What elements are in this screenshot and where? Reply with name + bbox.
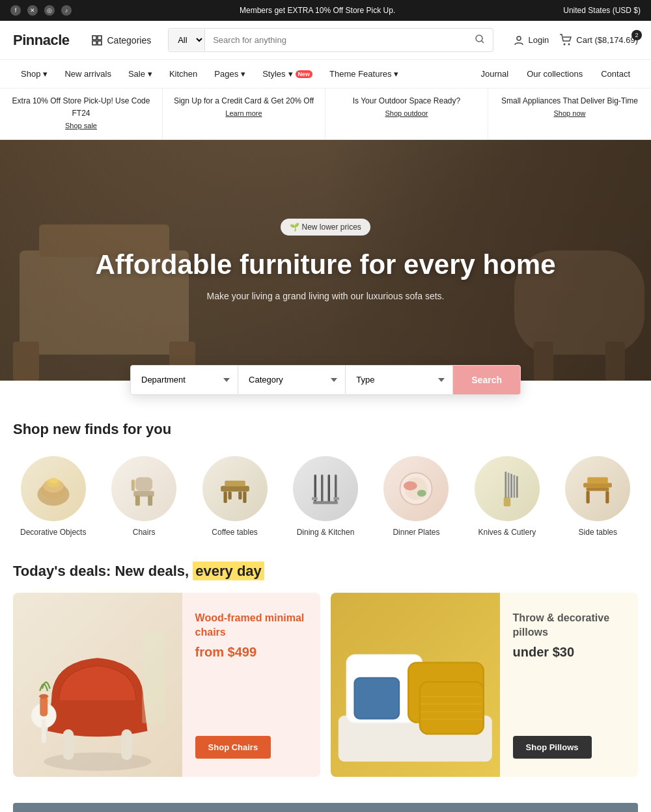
- shop-pillows-button[interactable]: Shop Pillows: [513, 736, 592, 759]
- svg-rect-53: [606, 491, 609, 503]
- chevron-down-icon: ▾: [148, 69, 152, 79]
- nav-item-sale[interactable]: Sale ▾: [120, 65, 160, 83]
- promo-link-2[interactable]: Learn more: [225, 109, 262, 117]
- instagram-icon[interactable]: ◎: [44, 5, 55, 16]
- login-button[interactable]: Login: [513, 34, 549, 46]
- shop-new-section: Shop new finds for you Decorative Object…: [0, 395, 651, 563]
- nav-item-kitchen[interactable]: Kitchen: [161, 65, 205, 83]
- categories-button[interactable]: Categories: [85, 31, 158, 50]
- category-select[interactable]: Category: [238, 366, 346, 394]
- deals-title-static: Today's deals: New deals,: [13, 563, 189, 579]
- cart-badge: 2: [631, 30, 642, 40]
- svg-rect-63: [142, 631, 165, 724]
- top-bar: f ✕ ◎ ♪ Members get EXTRA 10% Off Store …: [0, 0, 651, 21]
- category-img-chairs: [111, 456, 176, 521]
- svg-rect-26: [221, 485, 249, 491]
- search-submit-button[interactable]: [467, 29, 493, 51]
- svg-rect-23: [135, 495, 140, 506]
- nav-item-shop[interactable]: Shop ▾: [13, 65, 55, 83]
- hero-section: 🌱 New lower prices Affordable furniture …: [0, 140, 651, 381]
- svg-rect-45: [505, 471, 506, 497]
- svg-point-8: [568, 43, 570, 45]
- categories-grid: Decorative Objects Chairs: [13, 456, 638, 537]
- nav-item-theme-features[interactable]: Theme Features ▾: [322, 65, 406, 83]
- category-card-coffee[interactable]: Coffee tables: [195, 456, 275, 537]
- svg-point-62: [39, 694, 48, 698]
- new-badge: New: [296, 70, 313, 78]
- nav-item-pages[interactable]: Pages ▾: [206, 65, 253, 83]
- countdown-bar: Hurry up, these offers is valid for a li…: [13, 803, 638, 812]
- category-card-chairs[interactable]: Chairs: [104, 456, 184, 537]
- promo-link-3[interactable]: Shop outdoor: [385, 109, 428, 117]
- deal-price-pillows: under $30: [513, 645, 625, 660]
- chevron-down-icon: ▾: [241, 69, 245, 79]
- nav-item-journal[interactable]: Journal: [473, 65, 517, 83]
- svg-rect-49: [516, 476, 518, 497]
- category-card-decorative[interactable]: Decorative Objects: [13, 456, 93, 537]
- region-selector[interactable]: United States (USD $): [563, 6, 641, 15]
- category-card-knives[interactable]: Knives & Cutlery: [467, 456, 547, 537]
- svg-point-41: [404, 481, 417, 490]
- search-icon: [475, 34, 485, 44]
- deals-title: Today's deals: New deals, every day: [13, 563, 638, 580]
- svg-rect-33: [321, 474, 324, 503]
- cart-icon: [559, 34, 572, 47]
- svg-rect-61: [40, 696, 48, 716]
- svg-rect-21: [135, 477, 152, 491]
- facebook-icon[interactable]: f: [10, 5, 21, 16]
- category-img-dining: [293, 456, 358, 521]
- main-nav: Shop ▾ New arrivals Sale ▾ Kitchen Pages…: [0, 60, 651, 88]
- cart-button[interactable]: 2 Cart ($8,174.69): [559, 34, 638, 47]
- category-card-dining[interactable]: Dining & Kitchen: [285, 456, 365, 537]
- deal-img-chairs: [13, 593, 182, 777]
- shop-chairs-button[interactable]: Shop Chairs: [195, 736, 271, 759]
- category-card-plates[interactable]: Dinner Plates: [376, 456, 456, 537]
- login-label: Login: [529, 35, 549, 45]
- svg-rect-0: [92, 36, 96, 40]
- category-img-side: [565, 456, 630, 521]
- deal-price-chairs: from $499: [195, 645, 307, 660]
- deal-label-chairs: Wood-framed minimal chairs: [195, 611, 307, 640]
- nav-item-contact[interactable]: Contact: [593, 65, 638, 83]
- nav-left: Shop ▾ New arrivals Sale ▾ Kitchen Pages…: [13, 65, 471, 83]
- deal-content-pillows: Throw & decorative pillows under $30 Sho…: [500, 593, 638, 777]
- search-input[interactable]: [205, 30, 467, 50]
- search-category-select[interactable]: All: [169, 29, 205, 51]
- svg-rect-70: [355, 679, 398, 718]
- department-select[interactable]: Department: [131, 366, 238, 394]
- hero-content: 🌱 New lower prices Affordable furniture …: [95, 219, 555, 301]
- logo[interactable]: Pinnacle: [13, 32, 69, 49]
- promo-link-4[interactable]: Shop now: [554, 109, 586, 117]
- svg-rect-30: [238, 491, 242, 499]
- svg-point-20: [49, 478, 58, 483]
- svg-rect-44: [504, 497, 511, 506]
- chevron-down-icon: ▾: [394, 69, 398, 79]
- tiktok-icon[interactable]: ♪: [61, 5, 72, 16]
- nav-item-collections[interactable]: Our collections: [519, 65, 590, 83]
- svg-rect-60: [42, 718, 46, 743]
- category-label-chairs: Chairs: [104, 528, 184, 537]
- category-label-side: Side tables: [558, 528, 638, 537]
- promo-item-4: Small Appliances That Deliver Big-Time S…: [488, 88, 651, 139]
- nav-right: Journal Our collections Contact: [473, 65, 638, 83]
- nav-item-new-arrivals[interactable]: New arrivals: [57, 65, 119, 83]
- deal-content-chairs: Wood-framed minimal chairs from $499 Sho…: [182, 593, 320, 777]
- promo-item-3: Is Your Outdoor Space Ready? Shop outdoo…: [326, 88, 488, 139]
- promo-banner: Extra 10% Off Store Pick-Up! Use Code FT…: [0, 88, 651, 140]
- category-card-side[interactable]: Side tables: [558, 456, 638, 537]
- top-promo-text: Members get EXTRA 10% Off Store Pick Up.: [72, 6, 563, 15]
- svg-rect-72: [421, 683, 483, 733]
- nav-item-styles[interactable]: Styles ▾ New: [255, 65, 320, 83]
- category-label-dining: Dining & Kitchen: [285, 528, 365, 537]
- type-select[interactable]: Type: [346, 366, 453, 394]
- deals-grid: Wood-framed minimal chairs from $499 Sho…: [13, 593, 638, 777]
- search-filter-button[interactable]: Search: [453, 366, 520, 394]
- svg-rect-46: [508, 472, 510, 498]
- svg-rect-48: [513, 475, 515, 498]
- twitter-x-icon[interactable]: ✕: [27, 5, 38, 16]
- search-bar: All: [168, 28, 493, 52]
- promo-link-1[interactable]: Shop sale: [65, 122, 97, 129]
- category-label-coffee: Coffee tables: [195, 528, 275, 537]
- category-img-plates: [383, 456, 449, 521]
- svg-line-5: [482, 41, 484, 44]
